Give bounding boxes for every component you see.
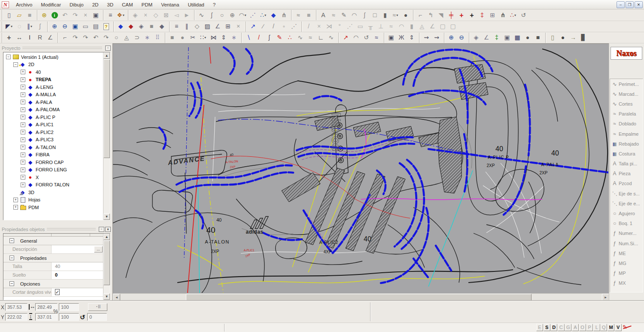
undo-icon[interactable]: ↶ [60,10,70,20]
toggle-l[interactable]: L [593,324,600,331]
tree-expander[interactable]: + [21,152,25,157]
panel-grip-lines[interactable] [47,228,96,230]
degree-gray-icon[interactable]: ° [335,22,344,31]
tree-expander[interactable]: + [13,205,18,210]
tool-num-si[interactable]: ƒNum.Si... [610,238,643,248]
menu-cam[interactable]: CAM [118,0,137,9]
tool-mg[interactable]: ƒMG [610,258,643,268]
radius-tool-icon[interactable]: R [35,33,45,43]
tree-item-a-malla[interactable]: +◆A-MALLA [4,91,103,99]
toggle-p[interactable]: P [586,324,593,331]
tree-item-40[interactable]: +●40 [4,68,103,76]
loop-tool-icon[interactable]: ◠ [351,33,361,43]
tool-me[interactable]: ƒME [610,248,643,258]
delete-small-icon[interactable]: × [234,22,243,31]
rotation-field[interactable]: 0 [87,313,107,321]
angle-measure-icon[interactable]: ∠ [46,33,55,43]
arc-gray-icon[interactable]: ◠ [397,22,406,31]
cone-tool-icon[interactable]: ◬ [122,33,131,43]
print-icon[interactable]: ▤ [91,22,100,31]
toggle-e[interactable]: E [536,324,543,331]
toggle-s[interactable]: S [544,324,550,331]
scroll-up-icon[interactable]: ▲ [103,52,110,59]
property-group-propiedades[interactable]: −Propiedades [3,254,103,262]
nav-first-piece-icon[interactable]: ◆ [116,22,125,31]
v-extent-icon[interactable]: Ⅰ [25,33,34,43]
toggle-m[interactable]: M [608,324,614,331]
tree-expander[interactable]: + [21,122,25,127]
piece-view-icon[interactable]: ◇ [151,10,161,20]
pencil-disabled-icon[interactable]: ✎ [623,324,632,331]
pen-pair-icon[interactable]: ∥▾ [25,22,34,31]
zigzag-tool-icon[interactable]: ≈ [372,33,381,43]
tree-expander[interactable]: + [21,107,25,112]
corner-tool-icon[interactable]: ⌐ [416,10,425,20]
angle-n-2-icon[interactable]: ∠ [482,33,491,43]
v-arrows-icon[interactable]: ⇕ [407,33,416,43]
copy-shape-icon[interactable]: ▣ [386,33,396,43]
pin-blue-tool-icon[interactable]: ↗ [248,22,258,31]
property-value-talla[interactable]: 40 [52,262,103,271]
toggle-q[interactable]: Q [600,324,607,331]
arc-tool-icon[interactable]: ◠▾ [238,10,247,20]
tree-item-forro-leng[interactable]: +◆FORRO LENG [4,166,103,174]
toggle-v[interactable]: V [615,324,622,331]
piece-flow-icon[interactable]: ◅ [172,10,181,20]
arrow-curve-2-icon[interactable]: ⇝ [432,33,441,43]
tree-item-2d[interactable]: −◆●2D [4,61,103,69]
red-multi-point-icon[interactable]: ∴ [285,33,295,43]
zoom-in-icon[interactable]: ⊕ [50,22,59,31]
tool-paralela[interactable]: ≈Paralela [610,109,643,119]
arrow-curve-icon[interactable]: ⇝ [422,33,431,43]
dashed-line-tool-icon[interactable]: ⋰ [248,10,258,20]
grid-points-button[interactable]: ⠐⠿ [88,303,107,311]
color-grid-icon[interactable]: ▦ [513,33,522,43]
triangle-gray-icon[interactable]: ◬ [417,22,427,31]
toggle-g[interactable]: G [565,324,571,331]
tree-expander[interactable]: − [13,62,18,67]
menu-dibujo[interactable]: Dibujo [65,0,88,9]
wave-menu-tool-icon[interactable]: ≈▾ [391,10,400,20]
step-line-icon[interactable]: ∟ [316,33,325,43]
properties-scrollbar[interactable]: ▲ ▼ [103,234,110,300]
move-cross-tool-icon[interactable]: + [467,10,477,20]
rows-tool-icon[interactable]: ≡ [172,22,181,31]
toggle-o[interactable]: O [579,324,586,331]
doc-help-icon[interactable]: ? [101,22,111,31]
tree-item-a-talon[interactable]: +◆A-TALON [4,143,103,151]
columns-tool-icon[interactable]: ∥ [182,22,191,31]
zoom-out-2-icon[interactable]: ⊖ [457,33,466,43]
property-group-opciones[interactable]: −Opciones [3,280,103,288]
pan-tool-icon[interactable]: + [4,33,14,43]
tree-item-a-plic-p[interactable]: +◆A-PLIC P [4,113,103,121]
snow-points-icon[interactable]: ∗ [143,33,152,43]
scroll-right-icon[interactable]: ▸ [602,294,609,301]
wave-tool-icon[interactable]: ≈ [294,10,303,20]
tree-expander[interactable]: + [21,160,25,164]
menu-utilidad[interactable]: Utilidad [183,0,208,9]
select-arrow-icon[interactable]: ◤▾ [4,22,14,31]
tree-item-forro-talon[interactable]: +◆FORRO TALON [4,181,103,189]
tool-talla-pi[interactable]: ATalla pi... [610,159,643,169]
collapse-icon[interactable]: − [9,281,14,286]
hatch-box-icon[interactable]: ▨ [203,22,212,31]
tool-rebajado[interactable]: ▮▮Rebajado [610,139,643,149]
dot-chain-icon[interactable]: ⋰ [289,22,299,31]
scale-y-field[interactable]: 100 [59,313,79,321]
fill-shape-icon[interactable]: ■ [167,33,177,43]
red-plus-tool-icon[interactable]: + [457,10,466,20]
segment-line-2-icon[interactable]: / [269,22,278,31]
arc-corner-icon[interactable]: ⌐ [60,33,70,43]
x-coordinate-field[interactable]: 357.53 [5,303,27,311]
tree-item-versi-n-1-actual[interactable]: −Versión 1 (Actual) [4,53,103,61]
red-slash-line-icon[interactable]: / [254,33,264,43]
pin-red-icon[interactable]: ↗ [341,33,350,43]
tool-eje-de-e[interactable]: ⋱Eje de e... [610,198,643,208]
tree-item-x[interactable]: +●X [4,174,103,181]
delete-cross-icon[interactable]: × [81,10,90,20]
tree-item-a-plic1[interactable]: +◆A-PLIC1 [4,121,103,129]
blue-dash-line-icon[interactable]: ∖ [244,33,253,43]
tool-boq-1[interactable]: ○Boq. 1 [610,219,643,228]
piece-delete-icon[interactable]: × [141,10,150,20]
block-piece-icon[interactable]: ■ [147,22,156,31]
